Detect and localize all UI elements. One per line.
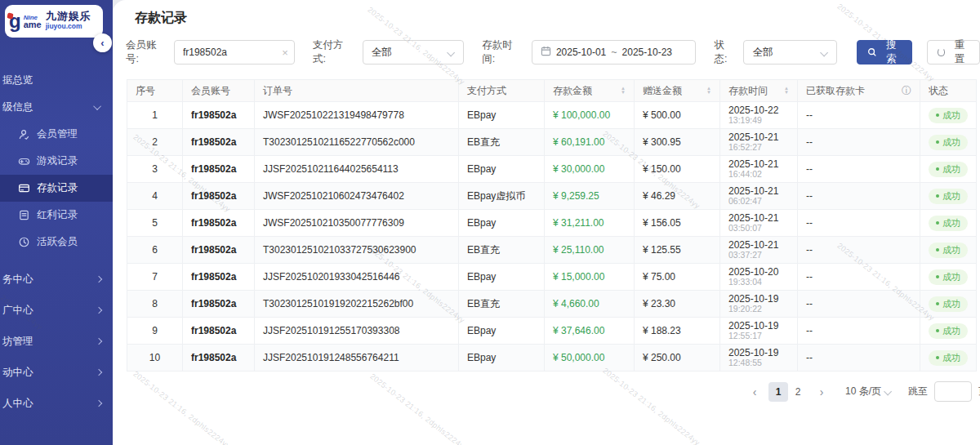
sidebar-item-label: 游戏记录: [37, 154, 78, 168]
cell-card: --: [798, 129, 920, 156]
chevron-down-icon: [447, 48, 455, 56]
sidebar-item-label: 务中心: [2, 273, 33, 287]
jump-page-input[interactable]: [934, 381, 972, 402]
cell-datetime: 2025-10-1919:20:22: [720, 291, 798, 318]
deposit-time-range-picker[interactable]: 2025-10-01 ~ 2025-10-23: [532, 40, 697, 65]
member-account-input[interactable]: [175, 47, 294, 58]
cell-amount: ¥ 60,191.00: [545, 129, 635, 156]
sidebar-item-label: 广中心: [2, 304, 33, 318]
deposit-records-table: 序号会员账号订单号支付方式存款金额▲▼赠送金额▲▼存款时间▲▼已获取存款卡ⓘ状态…: [127, 79, 977, 372]
member-account-inputbox: ×: [174, 40, 295, 65]
sort-icon[interactable]: ▲▼: [706, 87, 711, 95]
table-row: 7fr198502aJJSF202510201933042516446EBpay…: [127, 264, 977, 291]
col-header-datetime[interactable]: 存款时间▲▼: [720, 80, 798, 102]
cell-datetime: 2025-10-2103:50:07: [720, 210, 798, 237]
table-row: 9fr198502aJJSF202510191255170393308EBpay…: [127, 318, 977, 345]
app-logo[interactable]: g Nine ame 九游娱乐 jiuyou.com: [5, 5, 103, 38]
cell-order: JJSF202510201933042516446: [255, 264, 459, 291]
table-header-row: 序号会员账号订单号支付方式存款金额▲▼赠送金额▲▼存款时间▲▼已获取存款卡ⓘ状态: [127, 80, 977, 102]
next-page-button[interactable]: ›: [813, 382, 831, 402]
cell-card: --: [798, 345, 920, 372]
sidebar-group-item-0[interactable]: 务中心: [0, 264, 113, 295]
logo-ame-text: ame: [24, 21, 42, 29]
status-badge: 成功: [929, 323, 968, 339]
sidebar-group-item-4[interactable]: 人中心: [0, 388, 113, 419]
sidebar-item-subordinate-info[interactable]: 级信息: [0, 94, 113, 121]
status-badge: 成功: [929, 162, 968, 177]
date-separator: ~: [611, 47, 617, 58]
chevron-down-icon: [93, 102, 101, 110]
cell-status: 成功: [920, 264, 977, 291]
chevron-right-icon: [96, 276, 102, 283]
sort-icon[interactable]: ▲▼: [784, 87, 789, 95]
page-button-1[interactable]: 1: [768, 382, 788, 402]
sidebar-item-user[interactable]: 会员管理: [0, 121, 113, 148]
logo-brand-name: 九游娱乐: [46, 11, 91, 21]
cell-amount: ¥ 4,660.00: [545, 291, 635, 318]
sidebar-group-item-2[interactable]: 坊管理: [0, 326, 113, 357]
cell-method: EBpay: [459, 210, 545, 237]
cell-status: 成功: [920, 156, 977, 183]
cell-datetime: 2025-10-2116:44:02: [720, 156, 798, 183]
col-header-no: 序号: [127, 80, 183, 102]
cell-account: fr198502a: [183, 318, 255, 345]
cell-account: fr198502a: [183, 102, 255, 129]
cell-amount: ¥ 30,000.00: [545, 156, 635, 183]
cell-order: JJSF202510211644025654113: [255, 156, 459, 183]
sidebar-item-clock[interactable]: 活跃会员: [0, 229, 113, 256]
cell-card: --: [798, 264, 920, 291]
cell-no: 6: [127, 237, 183, 264]
status-select[interactable]: 全部: [743, 40, 837, 65]
search-button[interactable]: 搜索: [857, 40, 911, 65]
sidebar-item-card[interactable]: 存款记录: [0, 175, 113, 202]
payment-method-label: 支付方式:: [313, 38, 356, 66]
user-icon: [18, 128, 30, 140]
col-header-amount[interactable]: 存款金额▲▼: [545, 80, 635, 102]
clear-icon[interactable]: ×: [282, 47, 288, 59]
sidebar-item-overview[interactable]: 据总览: [0, 67, 113, 94]
col-header-card: 已获取存款卡ⓘ: [798, 80, 920, 102]
cell-account: fr198502a: [183, 264, 255, 291]
cell-amount: ¥ 37,646.00: [545, 318, 635, 345]
clock-icon: [18, 236, 30, 248]
sidebar-collapse-button[interactable]: ‹: [93, 33, 112, 52]
cell-datetime: 2025-10-2116:52:27: [720, 129, 798, 156]
sidebar-item-gamepad[interactable]: 游戏记录: [0, 148, 113, 175]
cell-datetime: 2025-10-1912:48:55: [720, 345, 798, 372]
status-badge: 成功: [929, 296, 968, 312]
page-numbers: 12: [768, 382, 808, 402]
page-button-2[interactable]: 2: [788, 382, 808, 402]
cell-bonus: ¥ 150.00: [635, 156, 720, 183]
logo-g-glyph: g: [9, 12, 21, 30]
cell-method: EB直充: [459, 237, 545, 264]
reset-button[interactable]: 重置: [927, 40, 980, 65]
col-header-bonus[interactable]: 赠送金额▲▼: [635, 80, 720, 102]
sidebar-submenu: 会员管理游戏记录存款记录红利记录活跃会员: [0, 121, 113, 256]
sidebar-item-document[interactable]: 红利记录: [0, 202, 113, 229]
sort-icon[interactable]: ▲▼: [621, 87, 626, 95]
cell-method: EBpay: [459, 318, 545, 345]
sidebar-group-item-1[interactable]: 广中心: [0, 295, 113, 326]
table-row: 2fr198502aT30230125102116522770562c000EB…: [127, 129, 977, 156]
cell-amount: ¥ 31,211.00: [545, 210, 635, 237]
cell-order: JJSF202510191248556764211: [255, 345, 459, 372]
records-table-wrap: 序号会员账号订单号支付方式存款金额▲▼赠送金额▲▼存款时间▲▼已获取存款卡ⓘ状态…: [127, 79, 980, 372]
cell-order: JWSF202510221319498479778: [255, 102, 459, 129]
cell-amount: ¥ 9,259.25: [545, 183, 635, 210]
info-icon[interactable]: ⓘ: [902, 84, 911, 98]
chevron-right-icon: [96, 369, 102, 376]
status-badge: 成功: [929, 243, 968, 258]
cell-no: 2: [127, 129, 183, 156]
table-row: 5fr198502aJWSF202510210350077776309EBpay…: [127, 210, 977, 237]
status-badge: 成功: [929, 189, 968, 204]
cell-bonus: ¥ 300.95: [635, 129, 720, 156]
prev-page-button[interactable]: ‹: [746, 382, 764, 402]
cell-amount: ¥ 25,110.00: [545, 237, 635, 264]
sidebar-groups: 务中心广中心坊管理动中心人中心: [0, 264, 113, 419]
status-badge: 成功: [929, 216, 968, 231]
cell-order: JWSF202510210602473476402: [255, 183, 459, 210]
cell-status: 成功: [920, 129, 977, 156]
sidebar-group-item-3[interactable]: 动中心: [0, 357, 113, 388]
payment-method-select[interactable]: 全部: [363, 40, 465, 65]
page-size-select[interactable]: 10 条/页: [845, 385, 892, 398]
